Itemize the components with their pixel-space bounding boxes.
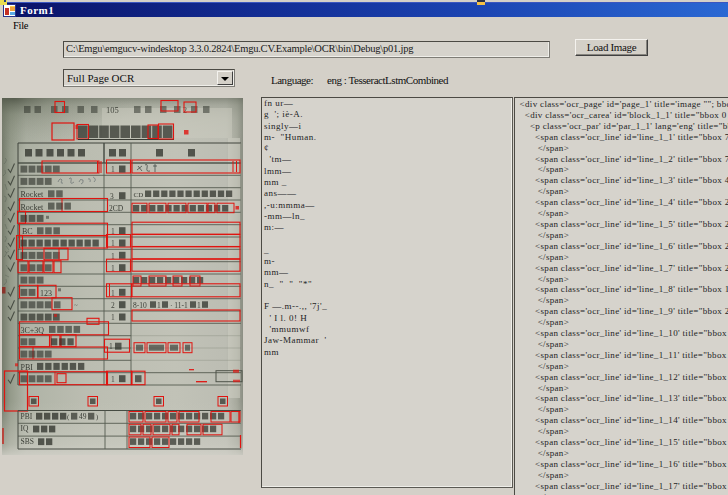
svg-text:PBI: PBI	[21, 363, 34, 372]
svg-text:1: 1	[111, 375, 115, 384]
svg-text:1: 1	[197, 301, 201, 310]
svg-text:1: 1	[111, 289, 115, 298]
svg-text:SBS: SBS	[21, 437, 34, 446]
svg-text:PBI: PBI	[21, 412, 33, 421]
svg-text:49: 49	[79, 412, 87, 421]
svg-text:3: 3	[110, 192, 114, 201]
svg-text:8-10: 8-10	[133, 301, 147, 310]
svg-text:1: 1	[109, 342, 113, 351]
svg-text:1: 1	[111, 165, 115, 174]
svg-text:IQ: IQ	[21, 424, 29, 433]
svg-text:1: 1	[157, 301, 161, 310]
svg-text:· 11-1: · 11-1	[170, 301, 188, 310]
svg-text:3C+3Q: 3C+3Q	[21, 326, 45, 335]
svg-text:BC: BC	[22, 227, 33, 236]
svg-text:Rocket: Rocket	[21, 203, 44, 212]
svg-text:123: 123	[40, 289, 52, 298]
svg-text:1: 1	[111, 264, 115, 273]
svg-text:1: 1	[111, 239, 115, 248]
svg-text:~: ~	[74, 301, 78, 309]
svg-text:1: 1	[111, 313, 115, 322]
svg-text:Rocket: Rocket	[21, 190, 44, 199]
svg-text:105: 105	[106, 105, 119, 115]
svg-text:2CD: 2CD	[109, 204, 124, 213]
svg-text:CD: CD	[134, 191, 144, 199]
svg-text:2: 2	[111, 301, 115, 310]
